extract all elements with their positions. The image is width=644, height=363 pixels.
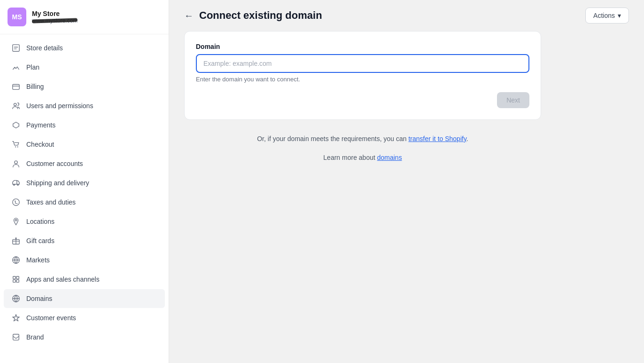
back-arrow-icon: ← <box>184 10 194 21</box>
content-area: Domain Enter the domain you want to conn… <box>169 31 644 363</box>
svg-point-2 <box>14 103 16 106</box>
sidebar-item-customer-accounts[interactable]: Customer accounts <box>4 154 165 173</box>
transfer-info: Or, if your domain meets the requirement… <box>184 135 541 142</box>
svg-rect-13 <box>13 280 16 282</box>
svg-point-3 <box>15 146 16 147</box>
store-url-text: www.mystore.com <box>32 17 78 24</box>
transfer-link[interactable]: transfer it to Shopify <box>408 135 466 142</box>
svg-rect-1 <box>13 85 19 90</box>
transfer-info-suffix: . <box>466 135 468 142</box>
customer-events-icon <box>11 313 21 323</box>
card-footer: Next <box>196 92 529 108</box>
sidebar: MS My Store www.mystore.com Store detail… <box>0 0 169 363</box>
sidebar-item-customer-events[interactable]: Customer events <box>4 308 165 327</box>
users-permissions-icon <box>11 101 21 110</box>
sidebar-item-store-details[interactable]: Store details <box>4 39 165 57</box>
sidebar-item-label-payments: Payments <box>26 121 55 129</box>
svg-rect-11 <box>13 276 16 279</box>
store-url: www.mystore.com <box>32 17 161 24</box>
sidebar-item-checkout[interactable]: Checkout <box>4 135 165 154</box>
svg-point-6 <box>14 184 15 186</box>
payments-icon <box>11 120 21 130</box>
billing-icon <box>11 82 21 91</box>
sidebar-item-taxes-duties[interactable]: Taxes and duties <box>4 193 165 212</box>
domain-hint: Enter the domain you want to connect. <box>196 76 529 83</box>
store-info: My Store www.mystore.com <box>32 10 161 24</box>
sidebar-item-label-domains: Domains <box>26 295 52 302</box>
brand-icon <box>11 332 21 342</box>
sidebar-item-label-store-details: Store details <box>26 44 63 52</box>
domain-card: Domain Enter the domain you want to conn… <box>184 31 541 120</box>
sidebar-item-apps-sales-channels[interactable]: Apps and sales channels <box>4 270 165 289</box>
sidebar-item-label-billing: Billing <box>26 83 44 90</box>
sidebar-item-label-locations: Locations <box>26 218 54 225</box>
sidebar-item-users-permissions[interactable]: Users and permissions <box>4 96 165 115</box>
checkout-icon <box>11 140 21 149</box>
sidebar-item-label-taxes-duties: Taxes and duties <box>26 198 76 206</box>
store-name: My Store <box>32 10 161 17</box>
sidebar-item-gift-cards[interactable]: Gift cards <box>4 231 165 250</box>
chevron-down-icon: ▾ <box>618 12 621 19</box>
sidebar-item-label-checkout: Checkout <box>26 141 54 148</box>
actions-label: Actions <box>593 12 615 19</box>
sidebar-item-label-markets: Markets <box>26 256 50 264</box>
sidebar-item-plan[interactable]: Plan <box>4 58 165 77</box>
topbar: ← Connect existing domain Actions ▾ <box>169 0 644 31</box>
svg-rect-14 <box>16 280 19 282</box>
sidebar-item-locations[interactable]: Locations <box>4 212 165 231</box>
store-details-icon <box>11 43 21 53</box>
sidebar-item-label-plan: Plan <box>26 63 39 71</box>
store-header[interactable]: MS My Store www.mystore.com <box>0 0 169 34</box>
back-button[interactable]: ← <box>184 10 194 21</box>
sidebar-item-domains[interactable]: Domains <box>4 289 165 308</box>
markets-icon <box>11 255 21 265</box>
sidebar-item-billing[interactable]: Billing <box>4 77 165 96</box>
store-initials: MS <box>12 13 22 21</box>
transfer-info-prefix: Or, if your domain meets the requirement… <box>257 135 408 142</box>
shipping-delivery-icon <box>11 178 21 188</box>
actions-button[interactable]: Actions ▾ <box>585 8 629 24</box>
sidebar-item-payments[interactable]: Payments <box>4 116 165 134</box>
topbar-left: ← Connect existing domain <box>184 9 322 22</box>
nav-list: Store detailsPlanBillingUsers and permis… <box>0 34 169 351</box>
sidebar-item-label-customer-events: Customer events <box>26 314 76 322</box>
domain-input[interactable] <box>196 54 529 73</box>
locations-icon <box>11 217 21 226</box>
taxes-duties-icon <box>11 197 21 207</box>
next-button[interactable]: Next <box>497 92 529 108</box>
main-content: ← Connect existing domain Actions ▾ Doma… <box>169 0 644 363</box>
plan-icon <box>11 63 21 72</box>
sidebar-item-markets[interactable]: Markets <box>4 251 165 269</box>
sidebar-item-label-brand: Brand <box>26 333 44 341</box>
svg-rect-0 <box>13 45 19 51</box>
domains-icon <box>11 294 21 303</box>
svg-rect-12 <box>16 276 19 279</box>
svg-point-7 <box>17 184 19 186</box>
sidebar-item-label-apps-sales-channels: Apps and sales channels <box>26 276 100 283</box>
svg-point-4 <box>17 146 18 147</box>
svg-point-5 <box>15 161 17 164</box>
page-title: Connect existing domain <box>199 9 322 22</box>
sidebar-item-label-gift-cards: Gift cards <box>26 237 54 245</box>
sidebar-item-shipping-delivery[interactable]: Shipping and delivery <box>4 174 165 192</box>
domain-label: Domain <box>196 43 529 50</box>
store-avatar: MS <box>8 8 26 26</box>
gift-cards-icon <box>11 236 21 245</box>
apps-sales-channels-icon <box>11 275 21 284</box>
sidebar-item-label-customer-accounts: Customer accounts <box>26 160 83 167</box>
sidebar-item-label-users-permissions: Users and permissions <box>26 102 93 110</box>
learn-more: Learn more about domains <box>184 154 541 161</box>
customer-accounts-icon <box>11 159 21 168</box>
sidebar-item-brand[interactable]: Brand <box>4 328 165 347</box>
sidebar-item-label-shipping-delivery: Shipping and delivery <box>26 179 89 187</box>
domains-link[interactable]: domains <box>377 154 402 161</box>
learn-prefix: Learn more about <box>323 154 377 161</box>
svg-point-8 <box>15 220 17 221</box>
